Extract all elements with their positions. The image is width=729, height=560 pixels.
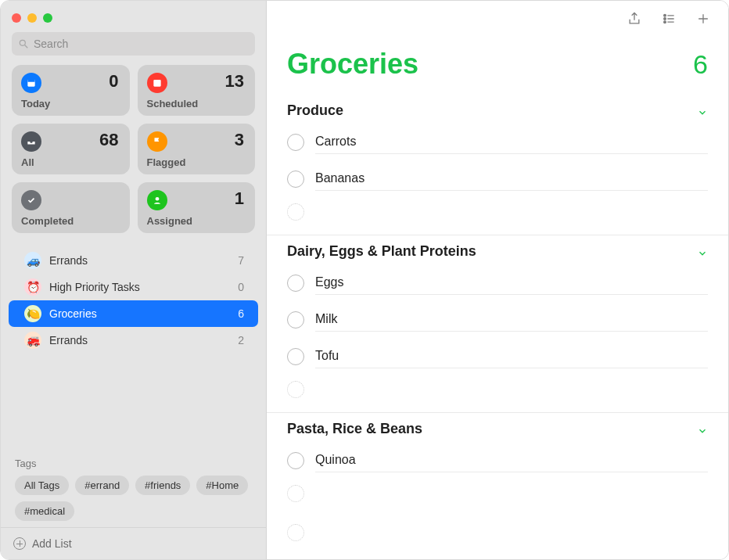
list-name: High Priority Tasks: [49, 281, 140, 293]
reminder-item[interactable]: Bananas: [287, 160, 708, 197]
new-reminder-placeholder[interactable]: [315, 490, 708, 497]
smart-list-count: 13: [225, 71, 244, 92]
add-list-label: Add List: [32, 537, 72, 550]
minimize-window[interactable]: [27, 13, 37, 23]
svg-point-0: [20, 40, 25, 45]
tags-section: Tags All Tags#errand#friends#Home#medica…: [1, 451, 266, 527]
new-reminder-in-section[interactable]: [287, 479, 708, 508]
new-reminder-placeholder[interactable]: [315, 386, 708, 393]
calendar-icon: [147, 73, 167, 93]
smart-list-today[interactable]: Today 0: [12, 65, 130, 116]
section-header[interactable]: Pasta, Rice & Beans: [267, 413, 728, 442]
tag[interactable]: All Tags: [15, 476, 69, 495]
smart-list-all[interactable]: All 68: [12, 124, 130, 174]
calendar-today-icon: [21, 73, 41, 93]
section: Dairy, Eggs & Plant Proteins Eggs Milk T…: [267, 235, 728, 412]
smart-list-label: Assigned: [147, 215, 246, 227]
complete-toggle[interactable]: [287, 171, 304, 188]
section: Produce Carrots Bananas: [267, 95, 728, 235]
new-reminder-in-section[interactable]: [287, 375, 708, 404]
tray-icon: [21, 131, 41, 152]
complete-toggle[interactable]: [287, 275, 304, 292]
section-title: Dairy, Eggs & Plant Proteins: [287, 243, 476, 260]
reminder-title[interactable]: Eggs: [315, 271, 708, 295]
smart-lists: Today 0 Scheduled 13 All 68 Flagged 3: [1, 65, 266, 242]
smart-list-label: Scheduled: [147, 98, 246, 109]
smart-list-label: All: [21, 156, 120, 168]
smart-list-label: Flagged: [147, 156, 246, 168]
complete-toggle[interactable]: [287, 134, 304, 151]
reminder-item[interactable]: Tofu: [287, 338, 708, 375]
add-list-button[interactable]: Add List: [1, 527, 266, 559]
chevron-down-icon: [697, 424, 708, 435]
tag[interactable]: #friends: [135, 476, 190, 495]
list-row[interactable]: 🚒 Errands 2: [9, 327, 258, 354]
sidebar: Search Today 0 Scheduled 13 All 68: [1, 1, 267, 559]
reminder-item[interactable]: Milk: [287, 301, 708, 338]
list-row[interactable]: 🚙 Errands 7: [9, 247, 258, 274]
close-window[interactable]: [12, 13, 21, 23]
list-icon: 🚙: [24, 252, 41, 269]
zoom-window[interactable]: [43, 13, 52, 23]
complete-toggle[interactable]: [287, 348, 304, 365]
section-items: Eggs Milk Tofu: [267, 264, 728, 412]
list-name: Errands: [49, 334, 88, 346]
plus-icon: [13, 537, 26, 550]
smart-list-count: 3: [235, 130, 244, 150]
complete-toggle[interactable]: [287, 311, 304, 328]
reminder-item[interactable]: Carrots: [287, 124, 708, 160]
reminder-title[interactable]: Tofu: [315, 344, 708, 368]
checkmark-icon: [21, 190, 41, 210]
section-title: Pasta, Rice & Beans: [287, 421, 422, 437]
person-icon: [147, 190, 167, 210]
list-row[interactable]: ⏰ High Priority Tasks 0: [9, 274, 258, 300]
tags-header: Tags: [15, 458, 252, 469]
list-icon: ⏰: [24, 278, 41, 296]
smart-list-label: Today: [21, 98, 120, 109]
main-panel: Groceries 6 Produce Carrots BananasDairy…: [267, 1, 728, 559]
section-items: Carrots Bananas: [267, 124, 728, 235]
section-header[interactable]: Dairy, Eggs & Plant Proteins: [267, 235, 728, 264]
list-settings-icon[interactable]: [661, 11, 677, 27]
titlebar: [1, 1, 266, 31]
reminder-item[interactable]: Eggs: [287, 264, 708, 301]
reminder-title[interactable]: Milk: [315, 307, 708, 332]
new-reminder-row[interactable]: [267, 516, 728, 549]
tag[interactable]: #Home: [196, 476, 248, 495]
svg-point-10: [664, 21, 666, 23]
new-reminder-circle-icon: [287, 381, 304, 398]
smart-list-scheduled[interactable]: Scheduled 13: [138, 65, 256, 116]
new-reminder-in-section[interactable]: [287, 197, 708, 227]
new-reminder-circle-icon: [287, 524, 304, 541]
list-icon: 🍋: [24, 305, 41, 322]
smart-list-flagged[interactable]: Flagged 3: [138, 124, 256, 174]
tag[interactable]: #errand: [75, 476, 129, 495]
reminder-title[interactable]: Bananas: [315, 167, 708, 191]
svg-point-5: [155, 197, 159, 201]
list-icon: 🚒: [24, 332, 41, 349]
smart-list-assigned[interactable]: Assigned 1: [138, 182, 256, 233]
list-title: Groceries: [287, 48, 418, 81]
tag[interactable]: #medical: [15, 501, 74, 521]
reminder-title[interactable]: Quinoa: [315, 448, 708, 472]
svg-point-6: [664, 15, 666, 17]
search-input[interactable]: Search: [12, 32, 255, 56]
svg-rect-4: [153, 80, 160, 87]
complete-toggle[interactable]: [287, 452, 304, 469]
list-name: Errands: [49, 254, 88, 267]
new-reminder-placeholder[interactable]: [315, 209, 708, 215]
list-count: 7: [238, 254, 244, 267]
smart-list-completed[interactable]: Completed: [12, 182, 130, 233]
new-reminder-circle-icon: [287, 485, 304, 502]
list-row[interactable]: 🍋 Groceries 6: [9, 300, 258, 327]
reminder-item[interactable]: Quinoa: [287, 442, 708, 479]
section-header[interactable]: Produce: [267, 95, 728, 124]
add-reminder-icon[interactable]: [695, 11, 711, 27]
svg-point-8: [664, 18, 666, 20]
share-icon[interactable]: [627, 11, 642, 27]
window-controls: [12, 13, 52, 23]
reminder-title[interactable]: Carrots: [315, 130, 708, 154]
list-name: Groceries: [49, 307, 97, 320]
chevron-down-icon: [697, 246, 708, 257]
list-count: 6: [238, 307, 244, 320]
